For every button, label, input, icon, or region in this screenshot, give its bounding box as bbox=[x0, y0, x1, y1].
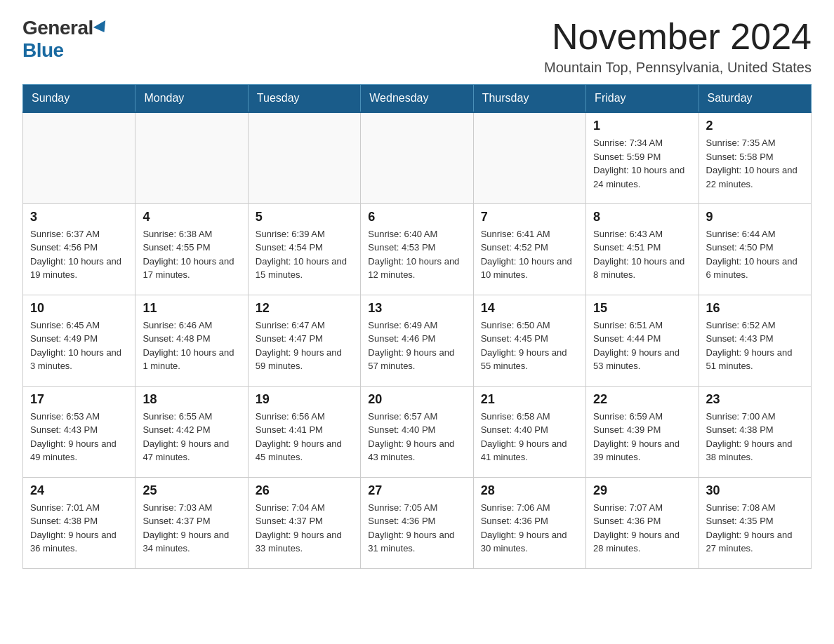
calendar-cell: 7Sunrise: 6:41 AM Sunset: 4:52 PM Daylig… bbox=[473, 203, 585, 295]
day-header-friday: Friday bbox=[586, 85, 699, 113]
calendar-cell: 19Sunrise: 6:56 AM Sunset: 4:41 PM Dayli… bbox=[248, 386, 360, 477]
day-info: Sunrise: 7:08 AM Sunset: 4:35 PM Dayligh… bbox=[706, 501, 804, 556]
day-info: Sunrise: 6:51 AM Sunset: 4:44 PM Dayligh… bbox=[593, 318, 691, 373]
day-header-monday: Monday bbox=[135, 85, 248, 113]
day-info: Sunrise: 6:43 AM Sunset: 4:51 PM Dayligh… bbox=[593, 227, 691, 282]
logo-blue: Blue bbox=[22, 39, 64, 62]
day-number: 9 bbox=[706, 210, 804, 224]
day-info: Sunrise: 6:46 AM Sunset: 4:48 PM Dayligh… bbox=[143, 318, 240, 373]
calendar-cell: 25Sunrise: 7:03 AM Sunset: 4:37 PM Dayli… bbox=[135, 477, 248, 568]
calendar-cell bbox=[23, 112, 135, 203]
day-info: Sunrise: 7:06 AM Sunset: 4:36 PM Dayligh… bbox=[481, 501, 578, 556]
logo-arrow-icon bbox=[93, 20, 110, 36]
day-number: 5 bbox=[256, 210, 353, 224]
day-info: Sunrise: 7:03 AM Sunset: 4:37 PM Dayligh… bbox=[143, 501, 240, 556]
logo-general: General bbox=[22, 17, 93, 39]
calendar-cell: 22Sunrise: 6:59 AM Sunset: 4:39 PM Dayli… bbox=[586, 386, 699, 477]
day-number: 23 bbox=[706, 392, 804, 407]
day-number: 28 bbox=[481, 483, 578, 498]
day-header-thursday: Thursday bbox=[473, 85, 585, 113]
calendar-cell bbox=[248, 112, 360, 203]
day-number: 29 bbox=[593, 483, 691, 498]
calendar-cell: 27Sunrise: 7:05 AM Sunset: 4:36 PM Dayli… bbox=[361, 477, 473, 568]
calendar-cell: 29Sunrise: 7:07 AM Sunset: 4:36 PM Dayli… bbox=[586, 477, 699, 568]
calendar-cell: 15Sunrise: 6:51 AM Sunset: 4:44 PM Dayli… bbox=[586, 295, 699, 386]
day-number: 30 bbox=[706, 483, 804, 498]
header: General Blue November 2024 Mountain Top,… bbox=[22, 17, 812, 76]
day-info: Sunrise: 7:07 AM Sunset: 4:36 PM Dayligh… bbox=[593, 501, 691, 556]
day-number: 26 bbox=[256, 483, 353, 498]
day-info: Sunrise: 6:37 AM Sunset: 4:56 PM Dayligh… bbox=[30, 227, 128, 282]
day-info: Sunrise: 6:49 AM Sunset: 4:46 PM Dayligh… bbox=[368, 318, 465, 373]
day-number: 19 bbox=[256, 392, 353, 407]
day-info: Sunrise: 6:45 AM Sunset: 4:49 PM Dayligh… bbox=[30, 318, 128, 373]
day-number: 16 bbox=[706, 301, 804, 316]
calendar-cell bbox=[135, 112, 248, 203]
day-info: Sunrise: 7:34 AM Sunset: 5:59 PM Dayligh… bbox=[593, 136, 691, 191]
calendar-cell: 1Sunrise: 7:34 AM Sunset: 5:59 PM Daylig… bbox=[586, 112, 699, 203]
day-number: 7 bbox=[481, 210, 578, 224]
day-number: 21 bbox=[481, 392, 578, 407]
day-number: 6 bbox=[368, 210, 465, 224]
day-number: 25 bbox=[143, 483, 240, 498]
day-number: 12 bbox=[256, 301, 353, 316]
day-info: Sunrise: 6:56 AM Sunset: 4:41 PM Dayligh… bbox=[256, 410, 353, 464]
day-number: 27 bbox=[368, 483, 465, 498]
calendar-body: 1Sunrise: 7:34 AM Sunset: 5:59 PM Daylig… bbox=[23, 112, 812, 568]
calendar-cell: 28Sunrise: 7:06 AM Sunset: 4:36 PM Dayli… bbox=[473, 477, 585, 568]
day-info: Sunrise: 6:59 AM Sunset: 4:39 PM Dayligh… bbox=[593, 410, 691, 464]
calendar-cell: 30Sunrise: 7:08 AM Sunset: 4:35 PM Dayli… bbox=[699, 477, 811, 568]
calendar-cell: 14Sunrise: 6:50 AM Sunset: 4:45 PM Dayli… bbox=[473, 295, 585, 386]
day-info: Sunrise: 6:58 AM Sunset: 4:40 PM Dayligh… bbox=[481, 410, 578, 464]
calendar-cell: 4Sunrise: 6:38 AM Sunset: 4:55 PM Daylig… bbox=[135, 203, 248, 295]
calendar-table: SundayMondayTuesdayWednesdayThursdayFrid… bbox=[22, 84, 812, 569]
calendar-cell: 3Sunrise: 6:37 AM Sunset: 4:56 PM Daylig… bbox=[23, 203, 135, 295]
calendar-cell: 12Sunrise: 6:47 AM Sunset: 4:47 PM Dayli… bbox=[248, 295, 360, 386]
calendar-cell bbox=[361, 112, 473, 203]
day-number: 15 bbox=[593, 301, 691, 316]
calendar-week-row: 24Sunrise: 7:01 AM Sunset: 4:38 PM Dayli… bbox=[23, 477, 812, 568]
day-info: Sunrise: 6:41 AM Sunset: 4:52 PM Dayligh… bbox=[481, 227, 578, 282]
day-info: Sunrise: 7:00 AM Sunset: 4:38 PM Dayligh… bbox=[706, 410, 804, 464]
day-info: Sunrise: 7:04 AM Sunset: 4:37 PM Dayligh… bbox=[256, 501, 353, 556]
day-info: Sunrise: 7:05 AM Sunset: 4:36 PM Dayligh… bbox=[368, 501, 465, 556]
day-info: Sunrise: 6:44 AM Sunset: 4:50 PM Dayligh… bbox=[706, 227, 804, 282]
calendar-cell: 6Sunrise: 6:40 AM Sunset: 4:53 PM Daylig… bbox=[361, 203, 473, 295]
day-number: 10 bbox=[30, 301, 128, 316]
day-number: 22 bbox=[593, 392, 691, 407]
calendar-cell: 18Sunrise: 6:55 AM Sunset: 4:42 PM Dayli… bbox=[135, 386, 248, 477]
day-info: Sunrise: 6:57 AM Sunset: 4:40 PM Dayligh… bbox=[368, 410, 465, 464]
day-number: 18 bbox=[143, 392, 240, 407]
title-block: November 2024 Mountain Top, Pennsylvania… bbox=[544, 17, 812, 76]
calendar-cell: 13Sunrise: 6:49 AM Sunset: 4:46 PM Dayli… bbox=[361, 295, 473, 386]
day-number: 11 bbox=[143, 301, 240, 316]
calendar-cell: 24Sunrise: 7:01 AM Sunset: 4:38 PM Dayli… bbox=[23, 477, 135, 568]
day-number: 4 bbox=[143, 210, 240, 224]
day-number: 14 bbox=[481, 301, 578, 316]
calendar-cell: 21Sunrise: 6:58 AM Sunset: 4:40 PM Dayli… bbox=[473, 386, 585, 477]
calendar-cell: 20Sunrise: 6:57 AM Sunset: 4:40 PM Dayli… bbox=[361, 386, 473, 477]
day-info: Sunrise: 6:53 AM Sunset: 4:43 PM Dayligh… bbox=[30, 410, 128, 464]
day-number: 13 bbox=[368, 301, 465, 316]
day-info: Sunrise: 6:47 AM Sunset: 4:47 PM Dayligh… bbox=[256, 318, 353, 373]
day-header-row: SundayMondayTuesdayWednesdayThursdayFrid… bbox=[23, 85, 812, 113]
day-header-sunday: Sunday bbox=[23, 85, 135, 113]
day-number: 17 bbox=[30, 392, 128, 407]
day-header-tuesday: Tuesday bbox=[248, 85, 360, 113]
calendar-cell: 10Sunrise: 6:45 AM Sunset: 4:49 PM Dayli… bbox=[23, 295, 135, 386]
day-number: 24 bbox=[30, 483, 128, 498]
calendar-week-row: 1Sunrise: 7:34 AM Sunset: 5:59 PM Daylig… bbox=[23, 112, 812, 203]
calendar-week-row: 10Sunrise: 6:45 AM Sunset: 4:49 PM Dayli… bbox=[23, 295, 812, 386]
day-info: Sunrise: 6:38 AM Sunset: 4:55 PM Dayligh… bbox=[143, 227, 240, 282]
calendar-cell: 26Sunrise: 7:04 AM Sunset: 4:37 PM Dayli… bbox=[248, 477, 360, 568]
day-info: Sunrise: 6:39 AM Sunset: 4:54 PM Dayligh… bbox=[256, 227, 353, 282]
calendar-cell bbox=[473, 112, 585, 203]
day-number: 2 bbox=[706, 119, 804, 133]
calendar-cell: 8Sunrise: 6:43 AM Sunset: 4:51 PM Daylig… bbox=[586, 203, 699, 295]
day-number: 8 bbox=[593, 210, 691, 224]
calendar-cell: 5Sunrise: 6:39 AM Sunset: 4:54 PM Daylig… bbox=[248, 203, 360, 295]
day-number: 20 bbox=[368, 392, 465, 407]
calendar-week-row: 17Sunrise: 6:53 AM Sunset: 4:43 PM Dayli… bbox=[23, 386, 812, 477]
calendar-cell: 17Sunrise: 6:53 AM Sunset: 4:43 PM Dayli… bbox=[23, 386, 135, 477]
day-number: 3 bbox=[30, 210, 128, 224]
